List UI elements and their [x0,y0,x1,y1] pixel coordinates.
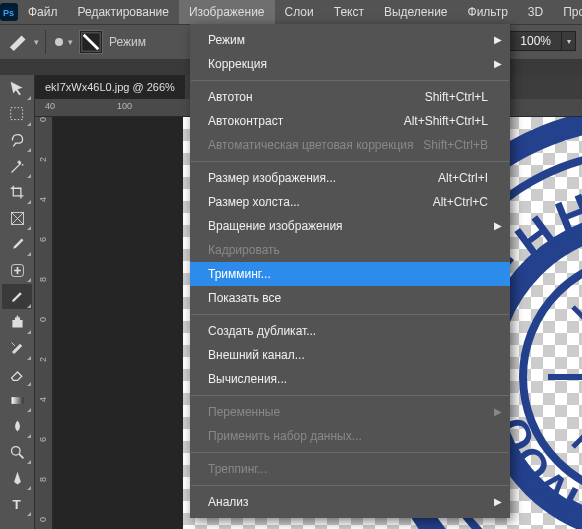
menu-item-переменные: Переменные▶ [190,400,510,424]
menu-item-применить-набор-данных-: Применить набор данных... [190,424,510,448]
eraser-tool[interactable] [2,362,32,387]
frame-tool[interactable] [2,206,32,231]
pen-tool[interactable] [2,466,32,491]
gradient-tool[interactable] [2,388,32,413]
menu-item-анализ[interactable]: Анализ▶ [190,490,510,514]
menu-item-кадрировать: Кадрировать [190,238,510,262]
menu-просмотр[interactable]: Просмотр [553,0,582,24]
history-tool[interactable] [2,336,32,361]
menu-item-треппинг-: Треппинг... [190,457,510,481]
menu-item-размер-холста-[interactable]: Размер холста...Alt+Ctrl+C [190,190,510,214]
svg-point-7 [11,447,19,456]
crop-tool[interactable] [2,180,32,205]
chevron-down-icon[interactable]: ▾ [562,31,576,51]
menu-item-тримминг-[interactable]: Тримминг... [190,262,510,286]
marquee-tool[interactable] [2,102,32,127]
image-menu-dropdown: Режим▶Коррекция▶АвтотонShift+Ctrl+LАвток… [190,24,510,518]
move-tool[interactable] [2,76,32,101]
menu-item-внешний-канал-[interactable]: Внешний канал... [190,343,510,367]
menu-item-автоматическая-цветовая-коррекция: Автоматическая цветовая коррекцияShift+C… [190,133,510,157]
menu-item-показать-все[interactable]: Показать все [190,286,510,310]
menu-фильтр[interactable]: Фильтр [458,0,518,24]
clone-tool[interactable] [2,310,32,335]
chevron-down-icon[interactable]: ▾ [34,37,39,47]
menu-item-коррекция[interactable]: Коррекция▶ [190,52,510,76]
eyedropper-tool[interactable] [2,232,32,257]
menu-item-автоконтраст[interactable]: АвтоконтрастAlt+Shift+Ctrl+L [190,109,510,133]
menu-редактирование[interactable]: Редактирование [68,0,179,24]
document-tab[interactable]: ekI7xWx46L0.jpg @ 266% [35,75,185,99]
ruler-vertical: 02468024680 [35,117,53,529]
brush-tool[interactable] [2,284,32,309]
heal-tool[interactable] [2,258,32,283]
app-logo: Ps [0,0,18,24]
menu-item-автотон[interactable]: АвтотонShift+Ctrl+L [190,85,510,109]
zoom-value[interactable]: 100% [509,31,562,51]
svg-rect-6 [11,397,23,404]
menu-текст[interactable]: Текст [324,0,374,24]
menu-item-режим[interactable]: Режим▶ [190,28,510,52]
menu-слои[interactable]: Слои [275,0,324,24]
menubar: Ps ФайлРедактированиеИзображениеСлоиТекс… [0,0,582,24]
menu-item-вращение-изображения[interactable]: Вращение изображения▶ [190,214,510,238]
menu-выделение[interactable]: Выделение [374,0,458,24]
menu-item-размер-изображения-[interactable]: Размер изображения...Alt+Ctrl+I [190,166,510,190]
menu-item-создать-дубликат-[interactable]: Создать дубликат... [190,319,510,343]
dodge-tool[interactable] [2,440,32,465]
zoom-control[interactable]: 100% ▾ [509,31,576,51]
lasso-tool[interactable] [2,128,32,153]
svg-text:Ps: Ps [3,8,14,18]
blur-tool[interactable] [2,414,32,439]
brush-settings-icon[interactable] [79,30,103,54]
wand-tool[interactable] [2,154,32,179]
svg-rect-3 [10,108,22,120]
tool-preset-icon[interactable] [6,29,32,55]
brush-size-preview[interactable] [55,38,63,46]
menu-item-вычисления-[interactable]: Вычисления... [190,367,510,391]
mode-label: Режим [109,35,146,49]
menu-изображение[interactable]: Изображение [179,0,275,24]
chevron-down-icon[interactable]: ▾ [68,37,73,47]
type-tool[interactable]: T [2,492,32,517]
svg-text:T: T [12,497,21,512]
menu-файл[interactable]: Файл [18,0,68,24]
menu-3d[interactable]: 3D [518,0,553,24]
toolbox: T [0,75,35,529]
